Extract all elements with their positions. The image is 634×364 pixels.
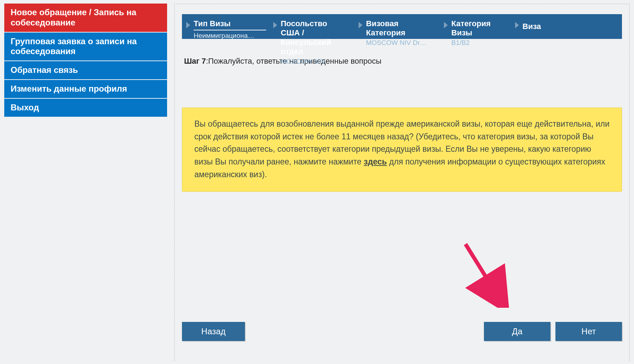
sidebar-item-feedback[interactable]: Обратная связь <box>4 61 167 80</box>
sidebar-item-new-request[interactable]: Новое обращение / Запись на собеседовани… <box>4 4 167 33</box>
breadcrumb-step-embassy[interactable]: Посольство США / Консульский отдел MOSCO… <box>269 14 354 65</box>
breadcrumb-step-visa-type[interactable]: Тип Визы Неиммиграциона… <box>182 14 269 40</box>
chevron-right-icon <box>515 22 519 28</box>
sidebar-item-edit-profile[interactable]: Изменить данные профиля <box>4 80 167 99</box>
chevron-right-icon <box>444 22 448 28</box>
breadcrumb-title: Тип Визы <box>194 19 266 28</box>
breadcrumb-subtitle: MOSCOW NIV <box>281 58 344 65</box>
breadcrumb-step-visa-subcategory[interactable]: Категория Визы B1/B2 <box>440 14 511 47</box>
breadcrumb-title: Виза <box>522 22 541 31</box>
breadcrumb-title: Визовая Категория <box>366 19 430 38</box>
breadcrumb-step-visa[interactable]: Виза <box>511 14 544 31</box>
sidebar-item-logout[interactable]: Выход <box>4 99 167 117</box>
button-row: Назад Да Нет <box>182 322 622 341</box>
breadcrumb-title: Категория Визы <box>451 19 508 38</box>
question-notice: Вы обращаетесь для возобновления выданно… <box>182 108 622 192</box>
chevron-right-icon <box>359 22 362 28</box>
step-heading: Шаг 7:Пожалуйста, ответьте на приведенны… <box>184 57 622 66</box>
breadcrumb-subtitle: Неиммиграциона… <box>194 32 257 40</box>
sidebar-item-group-request[interactable]: Групповая заявка о записи на собеседован… <box>4 33 167 62</box>
no-button[interactable]: Нет <box>555 322 622 341</box>
step-number: Шаг 7 <box>184 57 206 65</box>
main-panel: Тип Визы Неиммиграциона… Посольство США … <box>174 4 630 361</box>
breadcrumb-title: Посольство США / Консульский отдел <box>281 19 344 57</box>
breadcrumb-step-visa-category[interactable]: Визовая Категория MOSCOW NIV Dr… <box>354 14 440 47</box>
breadcrumb-subtitle: B1/B2 <box>451 39 508 47</box>
breadcrumb-subtitle: MOSCOW NIV Dr… <box>366 39 430 47</box>
breadcrumb: Тип Визы Неиммиграциона… Посольство США … <box>182 14 622 39</box>
sidebar: Новое обращение / Запись на собеседовани… <box>4 4 167 361</box>
here-link[interactable]: здесь <box>364 157 387 166</box>
yes-button[interactable]: Да <box>484 322 550 341</box>
chevron-right-icon <box>273 22 277 28</box>
chevron-right-icon <box>186 22 190 28</box>
back-button[interactable]: Назад <box>182 322 245 341</box>
